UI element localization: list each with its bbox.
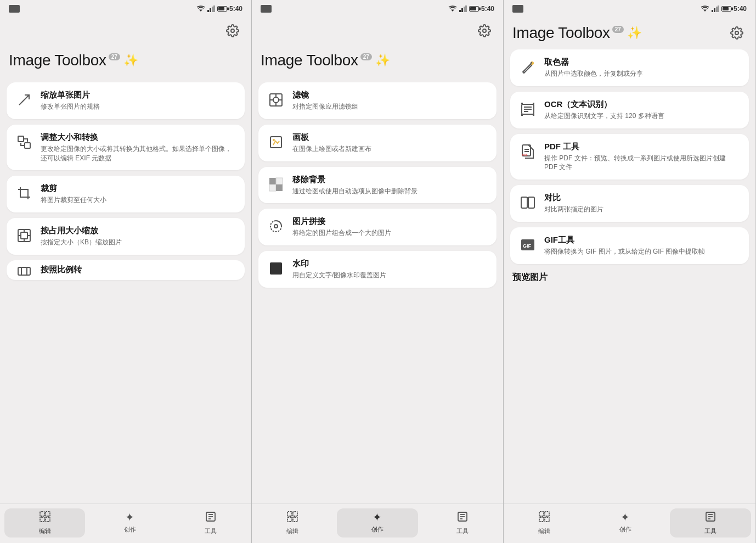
svg-marker-0 [199, 10, 202, 12]
nav-tools-label-2: 工具 [456, 527, 469, 535]
header-title-row-3: Image Toolbox 27 ✨ [504, 16, 755, 47]
wifi-icon-1 [196, 5, 205, 12]
nav-tools-3[interactable]: 工具 [670, 508, 751, 538]
pdf-text: PDF 工具 操作 PDF 文件：预览、转换成一系列图片或使用所选图片创建 PD… [544, 142, 740, 172]
tool-resize-single[interactable]: 缩放单张图片 修改单张图片的规格 [7, 82, 245, 119]
svg-rect-78 [539, 517, 544, 522]
nav-edit-label-3: 编辑 [538, 527, 550, 535]
bottom-nav-1: 编辑 ✦ 创作 工具 [0, 503, 251, 543]
compare-text: 对比 对比两张指定的图片 [544, 193, 740, 214]
nav-tools-2[interactable]: 工具 [422, 508, 503, 538]
tool-watermark[interactable]: 水印 用自定义文字/图像水印覆盖图片 [258, 251, 497, 288]
ocr-icon [519, 100, 537, 118]
signal-icon-1 [207, 5, 215, 12]
time-label-3: 5:40 [734, 5, 747, 13]
wifi-icon-3 [701, 5, 709, 12]
edit-nav-icon-3 [538, 511, 550, 525]
badge-1: 27 [109, 53, 120, 60]
time-label-1: 5:40 [229, 5, 242, 13]
sparkle-icon-3: ✨ [627, 26, 642, 40]
nav-edit-3[interactable]: 编辑 [504, 508, 585, 538]
svg-marker-55 [703, 10, 707, 12]
status-right-2: 5:40 [448, 5, 494, 13]
tool-list-1: 缩放单张图片 修改单张图片的规格 调整大小和转换 更改给定图像的大小或将其转换为… [0, 78, 251, 503]
settings-button-1[interactable] [223, 21, 242, 41]
gear-icon-1 [226, 24, 239, 37]
svg-rect-71 [521, 197, 527, 208]
wifi-icon-2 [448, 5, 457, 12]
time-label-2: 5:40 [481, 5, 494, 13]
svg-rect-49 [287, 517, 292, 522]
gear-icon-3 [730, 26, 743, 40]
pdf-icon: PDF [519, 143, 537, 160]
gif-text: GIF工具 将图像转换为 GIF 图片，或从给定的 GIF 图像中提取帧 [544, 235, 740, 256]
tools-nav-icon-1 [205, 511, 217, 525]
image-icon-1 [9, 5, 20, 13]
svg-point-32 [483, 29, 486, 32]
tools-nav-icon-2 [456, 511, 469, 525]
tool-resize-convert[interactable]: 调整大小和转换 更改给定图像的大小或将其转换为其他格式。如果选择单个图像，还可以… [7, 125, 245, 171]
tool-gif[interactable]: GIF GIF工具 将图像转换为 GIF 图片，或从给定的 GIF 图像中提取帧 [510, 227, 749, 264]
sparkle-nav-icon-1: ✦ [125, 511, 134, 524]
svg-rect-59 [718, 5, 719, 12]
watermark-icon [267, 260, 285, 277]
tool-remove-bg[interactable]: 移除背景 通过绘图或使用自动选项从图像中删除背景 [258, 167, 497, 204]
settings-button-2[interactable] [475, 21, 494, 41]
tool-canvas[interactable]: 画板 在图像上绘图或者新建画布 [258, 125, 497, 161]
svg-rect-1 [207, 10, 209, 12]
edit-nav-icon-1 [39, 511, 51, 525]
image-icon-2 [261, 5, 272, 13]
nav-create-2[interactable]: ✦ 创作 [337, 508, 418, 538]
gif-icon: GIF [519, 236, 537, 254]
tool-crop[interactable]: 裁剪 将图片裁剪至任何大小 [7, 176, 245, 212]
nav-create-3[interactable]: ✦ 创作 [585, 508, 666, 538]
nav-edit-label-1: 编辑 [39, 527, 51, 535]
resize-single-icon [15, 91, 33, 109]
edit-nav-icon-2 [286, 511, 298, 525]
svg-rect-77 [545, 512, 549, 516]
sparkle-icon-1: ✨ [123, 53, 138, 68]
settings-button-3[interactable] [727, 23, 747, 43]
header-2 [252, 16, 503, 45]
status-right-3: 5:40 [701, 5, 747, 13]
partial-icon-1 [15, 262, 33, 279]
svg-rect-46 [270, 262, 282, 275]
badge-3: 27 [612, 26, 624, 33]
phone-2: 5:40 Image Toolbox 27 ✨ [252, 0, 504, 543]
nav-tools-1[interactable]: 工具 [171, 508, 251, 538]
nav-edit-1[interactable]: 编辑 [4, 508, 85, 538]
tool-list-2: 滤镜 对指定图像应用滤镜组 画板 在图像上绘图或者新建画布 [252, 78, 503, 503]
color-picker-text: 取色器 从图片中选取颜色，并复制或分享 [544, 57, 740, 79]
nav-create-label-1: 创作 [124, 525, 136, 534]
svg-rect-31 [465, 5, 467, 12]
svg-rect-41 [269, 178, 276, 184]
compress-kb-icon [15, 227, 33, 244]
nav-edit-2[interactable]: 编辑 [252, 508, 332, 538]
nav-create-1[interactable]: ✦ 创作 [89, 508, 170, 538]
title-row-3: Image Toolbox 27 ✨ [512, 24, 727, 42]
sparkle-icon-2: ✨ [375, 53, 390, 68]
tool-compress-kb[interactable]: 按占用大小缩放 按指定大小（KB）缩放图片 [7, 218, 245, 255]
svg-marker-27 [451, 10, 454, 12]
tool-partial-1[interactable]: 按照比例转 [7, 260, 245, 280]
tool-filter[interactable]: 滤镜 对指定图像应用滤镜组 [258, 82, 497, 119]
svg-rect-9 [20, 189, 28, 197]
tool-compare[interactable]: 对比 对比两张指定的图片 [510, 185, 749, 222]
tool-stitch[interactable]: 图片拼接 将给定的图片组合成一个大的图片 [258, 209, 497, 245]
status-bar-1: 5:40 [0, 0, 251, 16]
crop-text: 裁剪 将图片裁剪至任何大小 [41, 183, 236, 205]
tool-ocr[interactable]: OCR（文本识别） 从给定图像识别文字，支持 120 多种语言 [510, 92, 749, 128]
watermark-text: 水印 用自定义文字/图像水印覆盖图片 [292, 259, 488, 280]
nav-edit-label-2: 编辑 [286, 527, 298, 535]
crop-icon [15, 184, 33, 202]
tool-pdf[interactable]: PDF PDF 工具 操作 PDF 文件：预览、转换成一系列图片或使用所选图片创… [510, 134, 749, 180]
status-left-3 [512, 5, 523, 13]
svg-rect-47 [287, 512, 292, 516]
tool-color-picker[interactable]: 取色器 从图片中选取颜色，并复制或分享 [510, 49, 749, 86]
stitch-icon [267, 217, 285, 235]
resize-convert-icon [15, 133, 33, 151]
compress-kb-text: 按占用大小缩放 按指定大小（KB）缩放图片 [41, 226, 236, 247]
svg-rect-42 [276, 178, 283, 184]
nav-tools-label-1: 工具 [205, 527, 217, 535]
svg-rect-20 [46, 512, 50, 516]
